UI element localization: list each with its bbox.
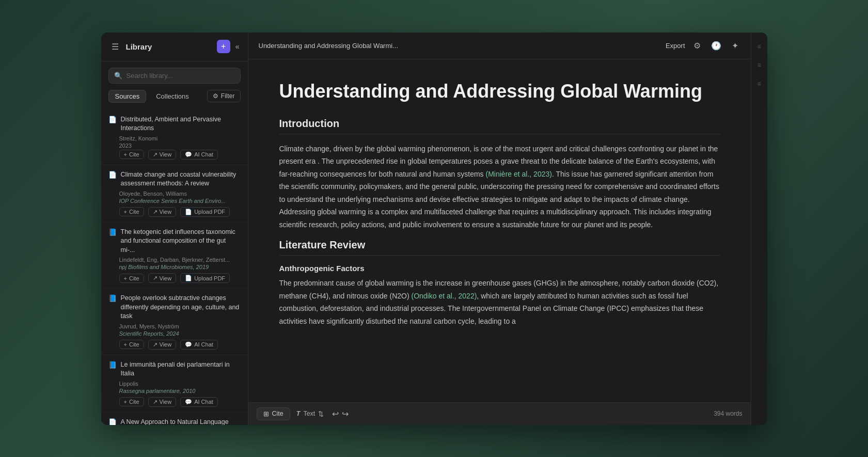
- cite-button[interactable]: + Cite: [119, 397, 144, 406]
- source-journal: Scientific Reports, 2024: [119, 330, 241, 337]
- redo-button[interactable]: ↪: [342, 409, 349, 419]
- source-authors: Oloyede, Benson, Williams: [119, 191, 241, 197]
- right-sidebar-icon-2[interactable]: ≡: [755, 59, 763, 71]
- cite-button[interactable]: + Cite: [119, 340, 144, 349]
- collapse-button[interactable]: «: [235, 42, 240, 51]
- document-title: Understanding and Addressing Global Warm…: [279, 80, 720, 102]
- text-stepper-icon: ⇅: [318, 410, 324, 418]
- source-journal: npj Biofilms and Microbiomes, 2019: [119, 264, 241, 270]
- filter-button[interactable]: ⚙ Filter: [207, 90, 241, 102]
- source-year: 2023: [119, 143, 241, 149]
- document-area: Understanding and Addressing Global Warm…: [248, 59, 751, 402]
- text-toolbar-button[interactable]: T Text ⇅: [296, 410, 324, 418]
- theme-icon[interactable]: ✦: [730, 39, 740, 53]
- list-item[interactable]: 📄 Climate change and coastal vulnerabili…: [101, 165, 248, 223]
- cite-toolbar-button[interactable]: ⊞ Cite: [257, 407, 290, 420]
- citation-ondiko[interactable]: (Ondiko et al., 2022): [412, 292, 477, 300]
- cite-button[interactable]: + Cite: [119, 207, 144, 216]
- view-button[interactable]: ↗ View: [148, 273, 177, 283]
- menu-icon[interactable]: ☰: [109, 40, 121, 54]
- list-item[interactable]: 📘 The ketogenic diet influences taxonomi…: [101, 223, 248, 289]
- cite-label: Cite: [272, 410, 283, 417]
- source-journal: Rassegna parlamentare, 2010: [119, 388, 241, 394]
- cite-plus-icon: +: [124, 151, 127, 157]
- source-title: A New Approach to Natural Language Proce…: [121, 418, 241, 425]
- subsection-heading-anthropogenic: Anthropogenic Factors: [279, 264, 720, 273]
- source-type-icon: 📘: [108, 228, 117, 236]
- add-button[interactable]: +: [217, 40, 230, 53]
- text-T-icon: T: [296, 410, 301, 417]
- word-count: 394 words: [714, 410, 742, 417]
- source-type-icon: 📄: [108, 418, 117, 425]
- source-title: Distributed, Ambient and Pervasive Inter…: [121, 115, 241, 133]
- paragraph-introduction: Climate change, driven by the global war…: [279, 143, 720, 231]
- main-content: Understanding and Addressing Global Warm…: [248, 33, 751, 425]
- source-title: People overlook subtractive changes diff…: [121, 294, 241, 321]
- ai-chat-button[interactable]: 💬 AI Chat: [180, 397, 218, 407]
- source-type-icon: 📄: [108, 116, 117, 123]
- filter-icon: ⚙: [213, 92, 218, 100]
- upload-pdf-button[interactable]: 📄 Upload PDF: [180, 207, 230, 217]
- view-arrow-icon: ↗: [153, 275, 157, 281]
- chat-icon: 💬: [185, 399, 192, 405]
- right-sidebar-icon-3[interactable]: ≡: [755, 78, 763, 89]
- filter-label: Filter: [221, 92, 235, 100]
- topbar-document-title: Understanding and Addressing Global Warm…: [259, 42, 659, 50]
- list-item[interactable]: 📄 Distributed, Ambient and Pervasive Int…: [101, 110, 248, 165]
- tab-bar: Sources Collections ⚙ Filter: [101, 90, 248, 108]
- list-item[interactable]: 📄 A New Approach to Natural Language Pro…: [101, 413, 248, 425]
- clock-icon[interactable]: 🕐: [709, 39, 723, 53]
- source-authors: Lindefeldt, Eng, Darban, Bjerkner, Zette…: [119, 257, 241, 263]
- text-label: Text: [303, 410, 315, 417]
- source-list: 📄 Distributed, Ambient and Pervasive Int…: [101, 108, 248, 425]
- source-journal: IOP Conference Series Earth and Enviro..…: [119, 198, 241, 204]
- chat-icon: 💬: [185, 341, 192, 348]
- history-arrows: ↩ ↪: [332, 409, 349, 419]
- source-title: Le immunità penali dei parlamentari in I…: [121, 360, 241, 379]
- export-button[interactable]: Export: [666, 42, 685, 50]
- right-sidebar: ≡ ≡ ≡: [751, 33, 767, 425]
- search-bar: 🔍: [108, 68, 241, 84]
- ai-chat-button[interactable]: 💬 AI Chat: [180, 150, 218, 160]
- sidebar-title: Library: [126, 42, 212, 51]
- sidebar: ☰ Library + « 🔍 Sources Collections ⚙ Fi…: [101, 33, 248, 425]
- topbar: Understanding and Addressing Global Warm…: [248, 33, 751, 59]
- section-heading-literature: Literature Review: [279, 239, 720, 256]
- tab-sources[interactable]: Sources: [108, 90, 147, 103]
- right-sidebar-icon-1[interactable]: ≡: [755, 41, 763, 52]
- view-button[interactable]: ↗ View: [148, 150, 177, 160]
- list-item[interactable]: 📘 People overlook subtractive changes di…: [101, 289, 248, 355]
- upload-icon: 📄: [185, 275, 192, 281]
- source-type-icon: 📘: [108, 361, 117, 369]
- ai-chat-button[interactable]: 💬 AI Chat: [180, 340, 218, 350]
- source-authors: Lippolis: [119, 381, 241, 387]
- cite-plus-icon: +: [124, 399, 127, 405]
- view-arrow-icon: ↗: [153, 151, 157, 158]
- view-arrow-icon: ↗: [153, 341, 157, 348]
- source-authors: Streitz, Konomi: [119, 135, 241, 141]
- citation-miniere[interactable]: (Minière et al., 2023): [486, 170, 552, 178]
- view-button[interactable]: ↗ View: [148, 340, 177, 350]
- paragraph-anthropogenic: The predominant cause of global warming …: [279, 277, 720, 327]
- cite-plus-icon: +: [124, 275, 127, 281]
- list-item[interactable]: 📘 Le immunità penali dei parlamentari in…: [101, 355, 248, 413]
- view-button[interactable]: ↗ View: [148, 397, 177, 407]
- tab-collections[interactable]: Collections: [149, 90, 196, 103]
- view-button[interactable]: ↗ View: [148, 207, 177, 217]
- sidebar-header: ☰ Library + «: [101, 33, 248, 61]
- upload-pdf-button[interactable]: 📄 Upload PDF: [180, 273, 230, 283]
- bottom-toolbar: ⊞ Cite T Text ⇅ ↩ ↪ 394 words: [248, 402, 751, 425]
- cite-plus-icon: +: [124, 341, 127, 348]
- undo-button[interactable]: ↩: [332, 409, 339, 419]
- cite-grid-icon: ⊞: [263, 410, 269, 418]
- search-input[interactable]: [127, 72, 235, 80]
- source-title: The ketogenic diet influences taxonomic …: [121, 228, 241, 255]
- cite-button[interactable]: + Cite: [119, 274, 144, 283]
- view-arrow-icon: ↗: [153, 209, 157, 215]
- upload-icon: 📄: [185, 209, 192, 215]
- search-icon: 🔍: [114, 72, 122, 80]
- cite-button[interactable]: + Cite: [119, 150, 144, 159]
- source-type-icon: 📄: [108, 171, 117, 179]
- settings-icon[interactable]: ⚙: [691, 39, 703, 53]
- view-arrow-icon: ↗: [153, 399, 157, 405]
